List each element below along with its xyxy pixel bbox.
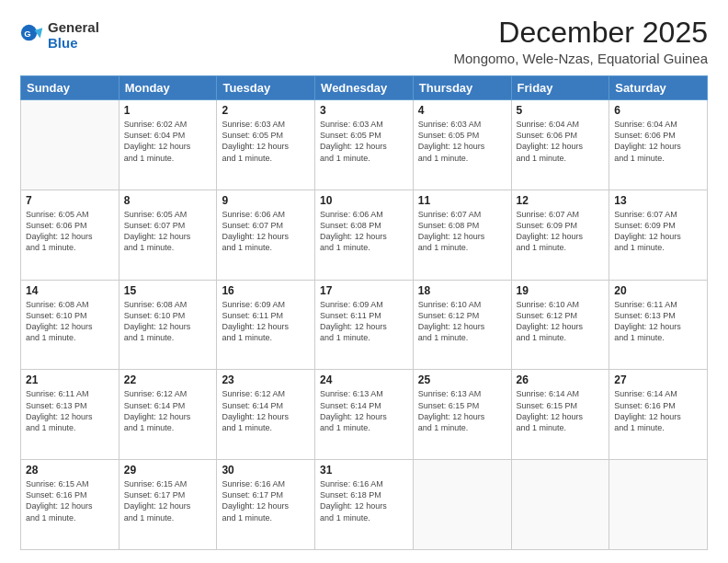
day-number: 2 xyxy=(222,104,310,117)
calendar-cell: 6 Sunrise: 6:04 AMSunset: 6:06 PMDayligh… xyxy=(609,100,708,190)
title-block: December 2025 Mongomo, Wele-Nzas, Equato… xyxy=(453,17,708,66)
day-number: 8 xyxy=(124,194,212,207)
calendar-cell: 1 Sunrise: 6:02 AMSunset: 6:04 PMDayligh… xyxy=(119,100,217,190)
day-info: Sunrise: 6:08 AMSunset: 6:10 PMDaylight:… xyxy=(124,300,191,342)
day-info: Sunrise: 6:14 AMSunset: 6:16 PMDaylight:… xyxy=(614,389,681,431)
calendar-cell: 5 Sunrise: 6:04 AMSunset: 6:06 PMDayligh… xyxy=(511,100,609,190)
day-number: 29 xyxy=(124,464,212,477)
day-info: Sunrise: 6:10 AMSunset: 6:12 PMDaylight:… xyxy=(517,300,584,342)
day-number: 10 xyxy=(320,194,408,207)
day-number: 17 xyxy=(320,284,408,297)
day-info: Sunrise: 6:07 AMSunset: 6:09 PMDaylight:… xyxy=(614,210,681,252)
month-title: December 2025 xyxy=(453,17,708,49)
day-number: 11 xyxy=(418,194,506,207)
calendar-cell: 24 Sunrise: 6:13 AMSunset: 6:14 PMDaylig… xyxy=(315,370,414,460)
calendar-table: SundayMondayTuesdayWednesdayThursdayFrid… xyxy=(20,75,708,550)
day-info: Sunrise: 6:11 AMSunset: 6:13 PMDaylight:… xyxy=(614,300,681,342)
day-number: 7 xyxy=(26,194,114,207)
calendar-cell: 21 Sunrise: 6:11 AMSunset: 6:13 PMDaylig… xyxy=(21,370,119,460)
day-info: Sunrise: 6:07 AMSunset: 6:09 PMDaylight:… xyxy=(517,210,584,252)
day-info: Sunrise: 6:05 AMSunset: 6:06 PMDaylight:… xyxy=(26,210,93,252)
day-info: Sunrise: 6:09 AMSunset: 6:11 PMDaylight:… xyxy=(222,300,289,342)
day-number: 30 xyxy=(222,464,310,477)
weekday-header-monday: Monday xyxy=(119,76,217,100)
calendar-cell: 31 Sunrise: 6:16 AMSunset: 6:18 PMDaylig… xyxy=(315,460,414,550)
calendar-cell: 10 Sunrise: 6:06 AMSunset: 6:08 PMDaylig… xyxy=(315,190,414,280)
day-info: Sunrise: 6:04 AMSunset: 6:06 PMDaylight:… xyxy=(517,120,584,162)
day-number: 19 xyxy=(517,284,605,297)
calendar-cell: 3 Sunrise: 6:03 AMSunset: 6:05 PMDayligh… xyxy=(315,100,414,190)
day-info: Sunrise: 6:07 AMSunset: 6:08 PMDaylight:… xyxy=(418,210,485,252)
calendar-cell: 11 Sunrise: 6:07 AMSunset: 6:08 PMDaylig… xyxy=(413,190,511,280)
calendar-cell: 18 Sunrise: 6:10 AMSunset: 6:12 PMDaylig… xyxy=(413,280,511,370)
calendar-cell: 8 Sunrise: 6:05 AMSunset: 6:07 PMDayligh… xyxy=(119,190,217,280)
day-number: 15 xyxy=(124,284,212,297)
calendar-cell: 19 Sunrise: 6:10 AMSunset: 6:12 PMDaylig… xyxy=(511,280,609,370)
day-number: 26 xyxy=(517,373,605,386)
calendar-cell: 14 Sunrise: 6:08 AMSunset: 6:10 PMDaylig… xyxy=(21,280,119,370)
calendar-week-row: 14 Sunrise: 6:08 AMSunset: 6:10 PMDaylig… xyxy=(21,280,708,370)
day-info: Sunrise: 6:06 AMSunset: 6:07 PMDaylight:… xyxy=(222,210,289,252)
calendar-cell: 7 Sunrise: 6:05 AMSunset: 6:06 PMDayligh… xyxy=(21,190,119,280)
day-number: 12 xyxy=(517,194,605,207)
day-number: 14 xyxy=(26,284,114,297)
day-number: 23 xyxy=(222,373,310,386)
day-number: 1 xyxy=(124,104,212,117)
day-info: Sunrise: 6:06 AMSunset: 6:08 PMDaylight:… xyxy=(320,210,387,252)
logo-blue: Blue xyxy=(48,36,99,52)
day-info: Sunrise: 6:13 AMSunset: 6:15 PMDaylight:… xyxy=(418,389,485,431)
day-info: Sunrise: 6:09 AMSunset: 6:11 PMDaylight:… xyxy=(320,300,387,342)
day-info: Sunrise: 6:15 AMSunset: 6:16 PMDaylight:… xyxy=(26,479,93,522)
calendar-cell: 2 Sunrise: 6:03 AMSunset: 6:05 PMDayligh… xyxy=(217,100,315,190)
weekday-header-friday: Friday xyxy=(511,76,609,100)
day-number: 21 xyxy=(26,373,114,386)
location-title: Mongomo, Wele-Nzas, Equatorial Guinea xyxy=(453,51,708,66)
day-info: Sunrise: 6:04 AMSunset: 6:06 PMDaylight:… xyxy=(614,120,681,162)
calendar-cell xyxy=(21,100,119,190)
day-info: Sunrise: 6:05 AMSunset: 6:07 PMDaylight:… xyxy=(124,210,191,252)
day-number: 28 xyxy=(26,464,114,477)
calendar-cell: 16 Sunrise: 6:09 AMSunset: 6:11 PMDaylig… xyxy=(217,280,315,370)
calendar-cell: 23 Sunrise: 6:12 AMSunset: 6:14 PMDaylig… xyxy=(217,370,315,460)
day-number: 25 xyxy=(418,373,506,386)
day-number: 20 xyxy=(614,284,702,297)
day-number: 27 xyxy=(614,373,702,386)
calendar-cell: 20 Sunrise: 6:11 AMSunset: 6:13 PMDaylig… xyxy=(609,280,708,370)
logo-text: General Blue xyxy=(48,20,99,51)
svg-text:G: G xyxy=(24,28,30,38)
calendar-cell: 25 Sunrise: 6:13 AMSunset: 6:15 PMDaylig… xyxy=(413,370,511,460)
logo-icon: G xyxy=(20,24,44,48)
day-info: Sunrise: 6:16 AMSunset: 6:17 PMDaylight:… xyxy=(222,479,289,522)
weekday-header-sunday: Sunday xyxy=(21,76,119,100)
page: G General Blue December 2025 Mongomo, We… xyxy=(0,0,728,563)
day-number: 4 xyxy=(418,104,506,117)
logo: G General Blue xyxy=(20,20,99,51)
day-number: 31 xyxy=(320,464,408,477)
calendar-cell: 4 Sunrise: 6:03 AMSunset: 6:05 PMDayligh… xyxy=(413,100,511,190)
day-info: Sunrise: 6:03 AMSunset: 6:05 PMDaylight:… xyxy=(418,120,485,162)
calendar-cell: 29 Sunrise: 6:15 AMSunset: 6:17 PMDaylig… xyxy=(119,460,217,550)
weekday-header-wednesday: Wednesday xyxy=(315,76,414,100)
weekday-header-tuesday: Tuesday xyxy=(217,76,315,100)
calendar-cell: 28 Sunrise: 6:15 AMSunset: 6:16 PMDaylig… xyxy=(21,460,119,550)
calendar-cell: 27 Sunrise: 6:14 AMSunset: 6:16 PMDaylig… xyxy=(609,370,708,460)
calendar-cell xyxy=(609,460,708,550)
day-info: Sunrise: 6:13 AMSunset: 6:14 PMDaylight:… xyxy=(320,389,387,431)
day-info: Sunrise: 6:02 AMSunset: 6:04 PMDaylight:… xyxy=(124,120,191,162)
calendar-cell xyxy=(413,460,511,550)
day-number: 3 xyxy=(320,104,408,117)
header: G General Blue December 2025 Mongomo, We… xyxy=(20,17,708,66)
weekday-header-row: SundayMondayTuesdayWednesdayThursdayFrid… xyxy=(21,76,708,100)
calendar-week-row: 21 Sunrise: 6:11 AMSunset: 6:13 PMDaylig… xyxy=(21,370,708,460)
day-info: Sunrise: 6:12 AMSunset: 6:14 PMDaylight:… xyxy=(124,389,191,431)
calendar-cell: 22 Sunrise: 6:12 AMSunset: 6:14 PMDaylig… xyxy=(119,370,217,460)
weekday-header-thursday: Thursday xyxy=(413,76,511,100)
day-info: Sunrise: 6:10 AMSunset: 6:12 PMDaylight:… xyxy=(418,300,485,342)
calendar-cell: 26 Sunrise: 6:14 AMSunset: 6:15 PMDaylig… xyxy=(511,370,609,460)
calendar-cell: 15 Sunrise: 6:08 AMSunset: 6:10 PMDaylig… xyxy=(119,280,217,370)
calendar-cell: 30 Sunrise: 6:16 AMSunset: 6:17 PMDaylig… xyxy=(217,460,315,550)
calendar-cell: 9 Sunrise: 6:06 AMSunset: 6:07 PMDayligh… xyxy=(217,190,315,280)
day-number: 16 xyxy=(222,284,310,297)
day-info: Sunrise: 6:08 AMSunset: 6:10 PMDaylight:… xyxy=(26,300,93,342)
day-number: 22 xyxy=(124,373,212,386)
